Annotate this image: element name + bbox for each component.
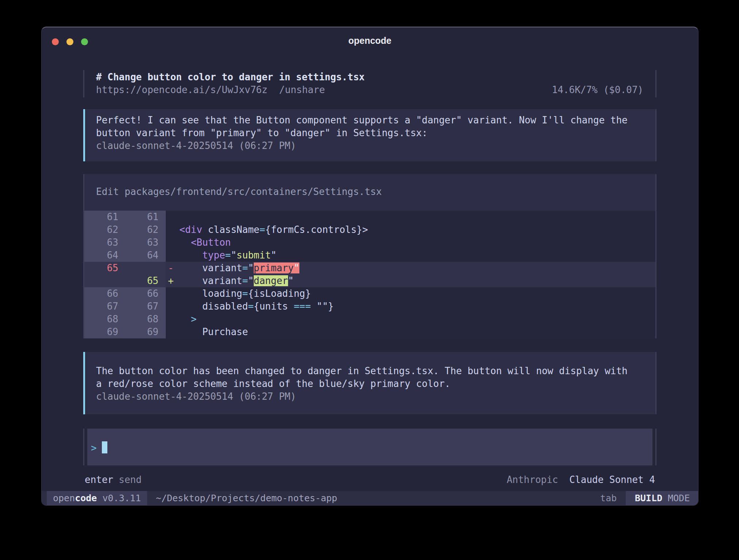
mode-word-label: MODE: [668, 493, 690, 503]
enter-key-hint: enter: [85, 473, 113, 486]
app-name-open: open: [53, 493, 75, 503]
session-title: # Change button color to danger in setti…: [96, 71, 643, 84]
send-action-hint: send: [119, 473, 142, 486]
session-header: # Change button color to danger in setti…: [83, 70, 656, 97]
app-version-chip: opencode v0.3.11: [47, 491, 147, 505]
assistant-message: Perfect! I can see that the Button compo…: [83, 109, 656, 161]
diff-row: 6666 loading={isLoading}: [84, 287, 655, 300]
app-name-code: code: [75, 493, 97, 503]
edit-tool-panel: Edit packages/frontend/src/containers/Se…: [83, 174, 656, 338]
diff-row: 65+ variant="danger": [84, 275, 655, 287]
diff-row: 6363 <Button: [84, 236, 655, 249]
window-title: opencode: [42, 35, 698, 46]
unshare-command: /unshare: [279, 84, 325, 96]
status-bar: opencode v0.3.11 ~/Desktop/Projects/demo…: [42, 491, 698, 505]
diff-row: 6969 Purchase: [84, 326, 655, 338]
provider-name: Anthropic: [507, 474, 558, 485]
title-bar: opencode: [42, 27, 698, 53]
diff-row: 6161: [84, 211, 655, 223]
tab-key-hint[interactable]: tab: [600, 491, 617, 505]
token-usage: 14.6K/7% ($0.07): [552, 84, 643, 96]
edit-file-path: Edit packages/frontend/src/containers/Se…: [84, 174, 655, 211]
working-directory: ~/Desktop/Projects/demo-notes-app: [156, 491, 337, 505]
message-text: Perfect! I can see that the Button compo…: [96, 114, 655, 139]
opencode-terminal-window: opencode # Change button color to danger…: [41, 27, 698, 506]
diff-table: 61616262 <div className={formCs.controls…: [84, 211, 655, 338]
build-mode-chip: BUILDMODE: [626, 491, 698, 505]
text-cursor: [102, 441, 107, 453]
prompt-symbol: >: [91, 442, 97, 453]
prompt-input-wrap: >: [83, 429, 656, 465]
model-name: Claude Sonnet 4: [569, 474, 655, 485]
app-version: v0.3.11: [103, 493, 141, 503]
diff-row: 6464 type="submit": [84, 249, 655, 262]
diff-row: 65- variant="primary": [84, 262, 655, 275]
prompt-input[interactable]: >: [87, 429, 652, 465]
message-model-meta: claude-sonnet-4-20250514 (06:27 PM): [96, 390, 655, 403]
keybind-hints: enter send Anthropic Claude Sonnet 4: [83, 473, 656, 486]
diff-row: 6262 <div className={formCs.controls}>: [84, 223, 655, 236]
assistant-message: The button color has been changed to dan…: [83, 352, 656, 414]
diff-row: 6868 >: [84, 313, 655, 326]
diff-row: 6767 disabled={units === ""}: [84, 300, 655, 313]
session-share-url: https://opencode.ai/s/UwJxv76z: [96, 84, 268, 96]
mode-build-label: BUILD: [635, 493, 662, 503]
message-text: The button color has been changed to dan…: [96, 365, 655, 390]
message-model-meta: claude-sonnet-4-20250514 (06:27 PM): [96, 139, 655, 152]
